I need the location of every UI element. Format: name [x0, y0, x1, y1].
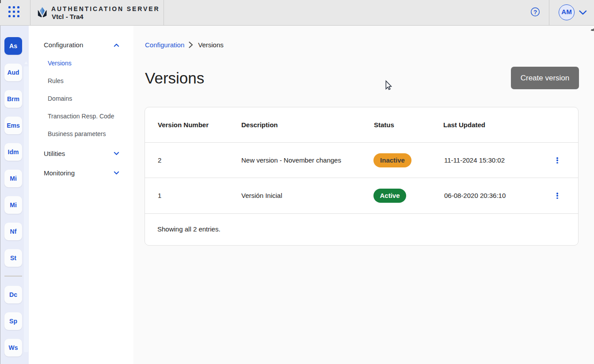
svg-text:?: ? — [533, 9, 537, 15]
